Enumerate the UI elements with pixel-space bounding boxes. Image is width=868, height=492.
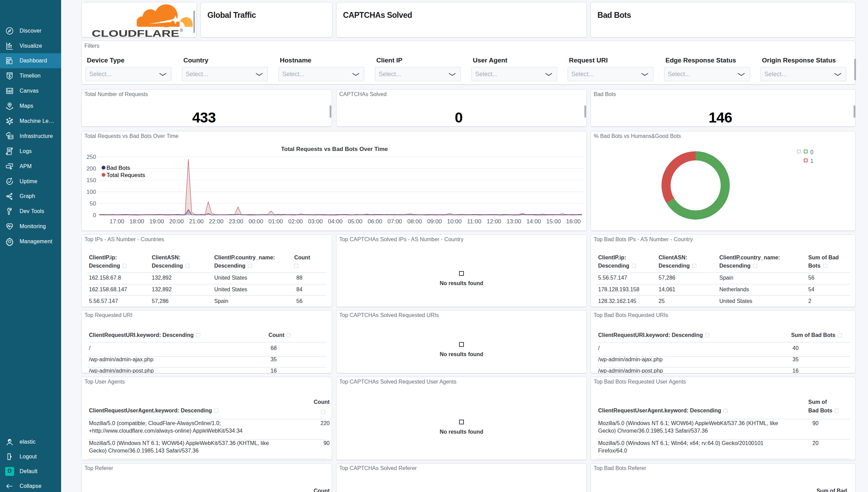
svg-text:0: 0 [93,212,96,219]
svg-text:10:00: 10:00 [447,218,462,225]
svg-text:18:00: 18:00 [129,218,144,225]
svg-text:17:00: 17:00 [110,218,124,225]
svg-text:20:00: 20:00 [169,218,184,225]
svg-text:100: 100 [87,189,96,195]
svg-text:05:00: 05:00 [348,218,363,225]
svg-text:06:00: 06:00 [368,218,382,225]
svg-text:21:00: 21:00 [189,218,204,225]
svg-text:01:00: 01:00 [269,218,283,225]
svg-text:14:00: 14:00 [526,218,541,225]
svg-text:23:00: 23:00 [229,218,243,225]
svg-text:CLOUDFLARE: CLOUDFLARE [92,28,179,37]
svg-text:19:00: 19:00 [149,218,164,225]
svg-text:200: 200 [87,165,96,172]
svg-text:16:00: 16:00 [566,218,581,225]
svg-text:Total Requests vs Bad Bots Ove: Total Requests vs Bad Bots Over Time [281,146,388,152]
svg-text:Bad Bots: Bad Bots [106,165,130,171]
svg-text:08:00: 08:00 [407,218,422,225]
svg-text:12:00: 12:00 [487,218,502,225]
svg-text:50: 50 [90,200,96,207]
svg-text:13:00: 13:00 [506,218,521,225]
svg-text:07:00: 07:00 [388,218,402,225]
svg-text:®: ® [180,28,183,33]
svg-text:22:00: 22:00 [209,218,224,225]
svg-text:02:00: 02:00 [288,218,303,225]
svg-text:03:00: 03:00 [308,218,323,225]
svg-text:00:00: 00:00 [249,218,263,225]
svg-text:150: 150 [87,177,96,184]
svg-text:15:00: 15:00 [546,218,561,225]
svg-text:Total Requests: Total Requests [106,172,145,178]
svg-text:250: 250 [87,154,96,160]
svg-text:04:00: 04:00 [328,218,343,225]
svg-text:11:00: 11:00 [467,218,481,225]
svg-text:09:00: 09:00 [427,218,442,225]
